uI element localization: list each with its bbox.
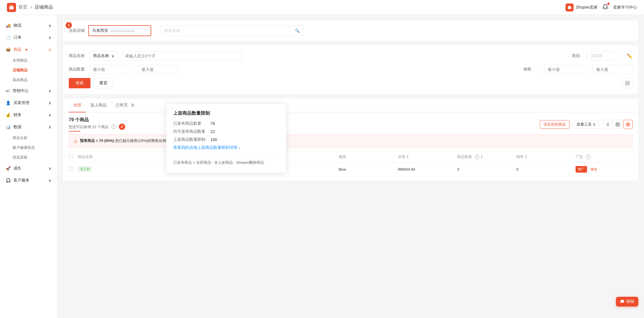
chevron-down-icon-fin: ∨: [48, 113, 51, 117]
chevron-down-name: ∨: [111, 54, 114, 58]
home-link[interactable]: 首页: [18, 4, 27, 10]
chart-icon: 📊: [6, 125, 11, 129]
select-all-checkbox[interactable]: [69, 155, 73, 159]
category-label: 类别: [572, 53, 580, 58]
chevron-up-icon-data: ∧: [48, 125, 51, 129]
category-select[interactable]: 请选择: [587, 51, 621, 61]
product-count-sub: 您还可以新增 22 个商品: [69, 124, 109, 130]
tab-sold-out[interactable]: 已售完 6: [111, 99, 140, 112]
tab-on-shelf[interactable]: 架上商品: [86, 99, 111, 112]
td-qty: 3: [457, 167, 514, 171]
shopee-logo-small: [566, 3, 574, 11]
popup-row-published: 已发布商品数量 78: [173, 121, 279, 126]
bell-badge: [607, 3, 610, 5]
sidebar-item-add[interactable]: 添加商品: [13, 75, 57, 85]
reset-button[interactable]: 重置: [93, 78, 113, 88]
tab-all[interactable]: 全部: [69, 99, 86, 112]
filter-name-select[interactable]: 商品名称 ∨: [89, 51, 118, 61]
chevron-down-icon-growth: ∨: [48, 166, 51, 171]
svg-point-15: [627, 124, 629, 125]
filter-sales-min[interactable]: [544, 65, 584, 74]
filter-qty-max[interactable]: [138, 65, 178, 74]
sidebar-item-top[interactable]: 优选卖家: [13, 153, 57, 162]
promote-button[interactable]: 推广: [576, 166, 587, 173]
svg-rect-3: [625, 84, 627, 85]
chevron-up-icon: ∧: [48, 47, 51, 52]
seller-label: Shopee卖家: [576, 5, 598, 10]
header: 首页 > 店铺商品 Shopee卖家 卖家学习中心: [0, 0, 644, 15]
product-count: 79 个商品: [69, 117, 89, 123]
product-count-row: 79 个商品 您还可以新增 22 个商品 ? 2 优化您的商品: [69, 117, 633, 132]
filter-qty-min[interactable]: [89, 65, 129, 74]
th-sales: 销售 ▲▼: [516, 154, 573, 159]
sidebar-item-biz[interactable]: 商业分析: [13, 133, 57, 143]
edit-icon[interactable]: ✏️: [627, 53, 633, 59]
sidebar-item-marketing[interactable]: 🏷 营销中心 ∨: [0, 85, 57, 97]
product-area: 79 个商品 您还可以新增 22 个商品 ? 2 优化您的商品: [63, 112, 638, 181]
sold-out-badge: 6: [130, 103, 135, 108]
store-current-label: 当前店铺: [69, 28, 85, 33]
qty-sort[interactable]: ▲▼: [480, 155, 483, 159]
svg-rect-12: [618, 125, 619, 126]
store-search-box[interactable]: 搜索店铺 🔍: [160, 26, 304, 36]
learning-center-link[interactable]: 卖家学习中心: [613, 5, 637, 10]
store-masked: ●●●●●●●●●●: [111, 28, 135, 33]
svg-rect-11: [618, 123, 619, 124]
qty-help[interactable]: ?: [475, 155, 479, 159]
store-current-value[interactable]: 马来西亚 ●●●●●●●●●●: [88, 25, 151, 36]
sidebar-item-products[interactable]: 📦 商品 ∧: [0, 44, 57, 56]
product-section: 全部 架上商品 已售完 6 79 个商品 您还可以新增 22 个商品: [63, 99, 638, 181]
batch-tools-button[interactable]: 批量工具 ∨: [573, 120, 599, 129]
sales-sort[interactable]: ▲▼: [525, 155, 527, 159]
limit-label: 上架商品数量限制: [173, 137, 210, 142]
chevron-down-icon-orders: ∨: [48, 35, 51, 40]
remaining-val: 22: [210, 129, 215, 134]
optimize-button[interactable]: 优化您的商品: [540, 120, 570, 129]
main-content: 1 当前店铺 马来西亚 ●●●●●●●●●● 搜索店铺 🔍 商品名称 商品名称 …: [57, 15, 644, 318]
row-checkbox[interactable]: [69, 167, 73, 171]
sidebar-item-finance[interactable]: 💰 财务 ∨: [0, 109, 57, 121]
view-toggle: [603, 120, 633, 129]
sidebar-item-orders[interactable]: 📄 订单 ∨: [0, 32, 57, 44]
sidebar-item-global[interactable]: 全球商品: [13, 56, 57, 65]
popup-detail-link[interactable]: 查看我的店铺上架商品数量限制详情 ›: [173, 145, 279, 150]
sidebar-item-growth[interactable]: 🚀 成长 ∨: [0, 162, 57, 174]
filter-actions: 搜索 重置: [69, 78, 633, 88]
search-button[interactable]: 搜索: [69, 78, 90, 88]
popup-row-limit: 上架商品数量限制 100: [173, 137, 279, 142]
grid-view-btn[interactable]: [613, 120, 622, 129]
table-row: 未上架 Blue RM404.84 3 0 推广 修改: [69, 162, 633, 176]
sidebar-item-data[interactable]: 📊 数据 ∧: [0, 121, 57, 133]
bill-icon: 💰: [6, 113, 11, 117]
price-sort[interactable]: ▲▼: [407, 155, 409, 159]
edit-button[interactable]: 修改: [590, 167, 597, 171]
list-view-btn[interactable]: [603, 120, 612, 129]
dash-sales: -: [588, 67, 589, 72]
file-icon: 📄: [6, 35, 11, 40]
rocket-icon: 🚀: [6, 166, 11, 171]
help-circle-icon[interactable]: ?: [111, 124, 116, 129]
filter-name-label: 商品名称: [69, 53, 86, 58]
chat-button[interactable]: 聊聊: [616, 297, 638, 307]
alert-row: ⚠ 预售商品 = 70 (93%) 您已超出推荐(10%)的预售比例。 更改商品…: [69, 134, 633, 148]
sidebar-item-logistics[interactable]: 🚚 物流 ∨: [0, 19, 57, 32]
person-icon: 👤: [6, 101, 11, 105]
sidebar-item-service[interactable]: 🎧 客户服务 ∨: [0, 174, 57, 186]
sidebar-item-store[interactable]: 店铺商品: [13, 65, 57, 75]
td-ad: 推广 修改: [576, 166, 633, 173]
sidebar-item-health[interactable]: 账户健康状态: [13, 143, 57, 153]
popup-note: 已发布商品 = 全部商品 - 未上架商品 - Shopee删除商品: [173, 160, 279, 166]
circle-view-btn[interactable]: [623, 120, 633, 129]
chart-toggle-btn[interactable]: [622, 78, 633, 88]
popup-title: 上架商品数量限制: [173, 110, 279, 116]
count-underline: [69, 131, 80, 132]
store-selector-inner: 1 当前店铺 马来西亚 ●●●●●●●●●●: [69, 25, 151, 36]
notification-bell[interactable]: [602, 4, 608, 11]
ad-help[interactable]: ?: [586, 155, 590, 159]
filter-sales-max[interactable]: [592, 65, 633, 74]
sidebar-item-buyers[interactable]: 👤 买家管理 ∨: [0, 97, 57, 109]
tabs-bar: 全部 架上商品 已售完 6: [63, 99, 638, 112]
breadcrumb: 首页 > 店铺商品: [18, 4, 53, 10]
filter-name-input[interactable]: [121, 51, 242, 61]
truck-icon: 🚚: [6, 23, 11, 28]
